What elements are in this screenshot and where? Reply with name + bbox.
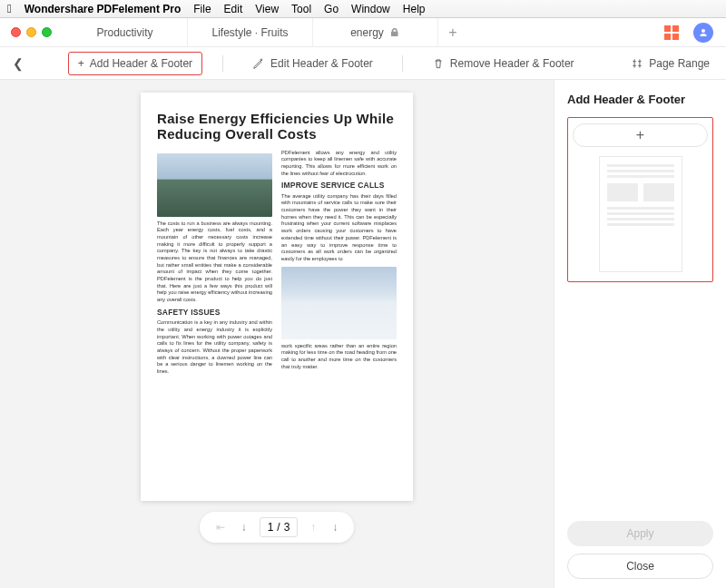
- menu-view[interactable]: View: [255, 3, 279, 15]
- macos-menubar:  Wondershare PDFelement Pro File Edit V…: [0, 0, 726, 18]
- document-tabs: Productivity Lifestyle · Fruits energy 🔒…: [63, 18, 657, 46]
- main-area: Raise Energy Efficiencies Up While Reduc…: [0, 80, 726, 588]
- mountain-photo: [157, 153, 272, 217]
- close-button[interactable]: Close: [567, 554, 713, 579]
- side-panel: Add Header & Footer + Apply Close: [554, 80, 726, 588]
- doc-heading-service: IMPROVE SERVICE CALLS: [281, 181, 397, 191]
- tab-lifestyle-fruits[interactable]: Lifestyle · Fruits: [188, 18, 313, 46]
- pencil-icon: [252, 57, 265, 70]
- trash-icon: [432, 57, 445, 70]
- tool-label: Page Range: [649, 57, 710, 70]
- zoom-window-button[interactable]: [42, 27, 52, 37]
- window-tab-row: Productivity Lifestyle · Fruits energy 🔒…: [0, 18, 726, 47]
- menu-edit[interactable]: Edit: [224, 3, 243, 15]
- doc-title: Raise Energy Efficiencies Up While Reduc…: [157, 111, 397, 142]
- tab-label: Productivity: [96, 26, 152, 39]
- menu-window[interactable]: Window: [351, 3, 390, 15]
- add-header-footer-button[interactable]: + Add Header & Footer: [68, 52, 202, 75]
- separator: [402, 55, 403, 72]
- page-sep: /: [277, 521, 280, 534]
- button-label: Apply: [626, 527, 653, 540]
- tab-label: Lifestyle · Fruits: [211, 26, 288, 39]
- apply-button[interactable]: Apply: [567, 521, 713, 546]
- menu-tool[interactable]: Tool: [291, 3, 311, 15]
- menu-go[interactable]: Go: [324, 3, 338, 15]
- prev-page-button[interactable]: ↑: [307, 519, 319, 535]
- back-button[interactable]: ❮: [0, 56, 36, 71]
- remove-header-footer-button[interactable]: Remove Header & Footer: [423, 53, 584, 74]
- user-avatar[interactable]: [693, 23, 713, 43]
- tool-label: Edit Header & Footer: [270, 57, 373, 70]
- template-thumbnail[interactable]: [599, 156, 682, 272]
- doc-heading-safety: SAFETY ISSUES: [157, 308, 272, 318]
- total-pages: 3: [284, 521, 290, 534]
- plus-icon: +: [78, 57, 84, 70]
- lock-icon: 🔒︎: [389, 26, 400, 39]
- page-range-button[interactable]: Page Range: [614, 57, 726, 70]
- app-grid-icon[interactable]: [664, 25, 679, 40]
- page-preview: Raise Energy Efficiencies Up While Reduc…: [141, 93, 413, 501]
- tab-productivity[interactable]: Productivity: [63, 18, 188, 46]
- add-template-button[interactable]: +: [573, 123, 708, 147]
- doc-paragraph: The average utility company has their da…: [281, 193, 397, 263]
- separator: [222, 55, 223, 72]
- next-page-button[interactable]: ↓: [329, 519, 341, 535]
- tab-label: energy: [350, 26, 384, 39]
- apple-menu-icon[interactable]: : [7, 2, 12, 15]
- app-name-menu[interactable]: Wondershare PDFelement Pro: [25, 3, 182, 15]
- tab-energy[interactable]: energy 🔒︎: [313, 18, 438, 46]
- new-tab-button[interactable]: +: [438, 18, 467, 46]
- tool-label: Remove Header & Footer: [450, 57, 574, 70]
- current-page[interactable]: 1: [268, 521, 274, 534]
- side-panel-title: Add Header & Footer: [567, 93, 713, 106]
- menu-file[interactable]: File: [193, 3, 211, 15]
- document-canvas[interactable]: Raise Energy Efficiencies Up While Reduc…: [0, 80, 554, 588]
- traffic-lights: [0, 27, 63, 37]
- doc-paragraph: The costs to run a business are always m…: [157, 220, 272, 304]
- doc-paragraph: PDFelement allows any energy and utility…: [281, 150, 397, 178]
- close-window-button[interactable]: [11, 27, 21, 37]
- page-range-icon: [631, 57, 643, 70]
- page-navigator: ⇤ ↓ 1 / 3 ↑ ↓: [200, 512, 355, 543]
- snow-photo: [281, 267, 397, 339]
- page-counter: 1 / 3: [260, 517, 299, 537]
- tool-label: Add Header & Footer: [90, 57, 192, 70]
- header-footer-toolbar: ❮ + Add Header & Footer Edit Header & Fo…: [0, 47, 726, 80]
- doc-paragraph: Communication is a key in any industry a…: [157, 319, 272, 376]
- first-page-button[interactable]: ⇤: [212, 519, 229, 535]
- menu-help[interactable]: Help: [403, 3, 426, 15]
- button-label: Close: [626, 560, 654, 573]
- doc-paragraph: work specific areas rather than an entir…: [281, 343, 397, 371]
- download-page-button[interactable]: ↓: [238, 519, 250, 535]
- minimize-window-button[interactable]: [26, 27, 36, 37]
- template-picker-highlight: +: [567, 117, 713, 282]
- edit-header-footer-button[interactable]: Edit Header & Footer: [243, 53, 382, 74]
